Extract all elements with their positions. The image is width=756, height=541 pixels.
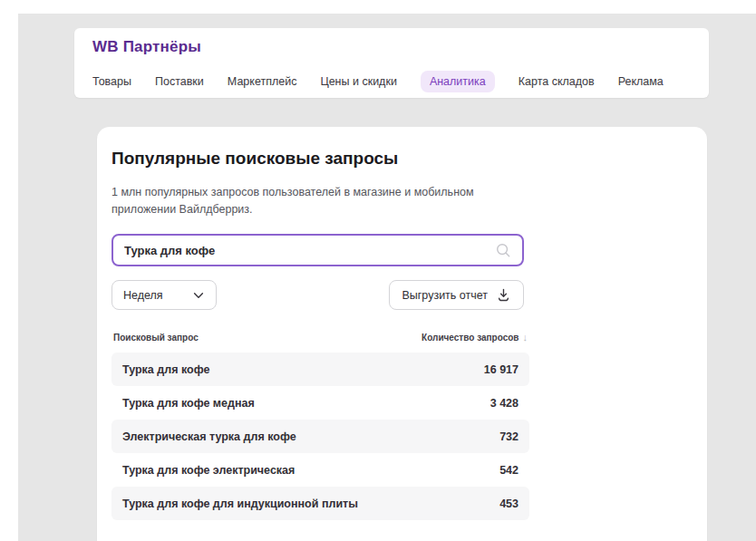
- column-header-count[interactable]: Количество запросов ↓: [422, 332, 528, 343]
- export-report-label: Выгрузить отчет: [402, 289, 488, 302]
- row-query: Турка для кофе медная: [122, 397, 255, 410]
- page-title: Популярные поисковые запросы: [111, 149, 529, 169]
- nav-item-analitika[interactable]: Аналитика: [421, 71, 495, 92]
- nav-item-ceny-i-skidki[interactable]: Цены и скидки: [320, 75, 396, 88]
- main-navigation: Товары Поставки Маркетплейс Цены и скидк…: [92, 71, 664, 92]
- table-row[interactable]: Турка для кофе 16 917: [111, 353, 529, 386]
- export-report-button[interactable]: Выгрузить отчет: [389, 280, 524, 310]
- sort-desc-icon: ↓: [523, 332, 528, 343]
- row-query: Турка для кофе: [122, 363, 209, 376]
- search-icon: [495, 242, 511, 258]
- nav-item-karta-skladov[interactable]: Карта складов: [519, 75, 595, 88]
- query-search-field[interactable]: [111, 234, 524, 266]
- top-header: WB Партнёры Товары Поставки Маркетплейс …: [74, 28, 709, 98]
- table-row[interactable]: Турка для кофе электрическая 542: [111, 453, 529, 487]
- row-count: 3 428: [490, 397, 519, 410]
- row-count: 732: [499, 430, 519, 443]
- nav-item-tovary[interactable]: Товары: [92, 75, 131, 88]
- row-query: Турка для кофе электрическая: [122, 464, 295, 477]
- chevron-down-icon: [192, 289, 205, 302]
- nav-item-postavki[interactable]: Поставки: [155, 75, 204, 88]
- wb-partners-logo[interactable]: WB Партнёры: [92, 38, 201, 56]
- nav-item-marketplace[interactable]: Маркетплейс: [228, 75, 297, 88]
- row-count: 542: [499, 464, 519, 477]
- nav-item-reklama[interactable]: Реклама: [618, 75, 664, 88]
- column-header-query[interactable]: Поисковый запрос: [113, 333, 199, 343]
- controls-row: Неделя Выгрузить отчет: [111, 280, 524, 310]
- period-select-value: Неделя: [123, 289, 163, 302]
- row-query: Электрическая турка для кофе: [122, 430, 296, 443]
- row-count: 453: [499, 498, 519, 510]
- row-query: Турка для кофе для индукционной плиты: [122, 498, 358, 510]
- popular-queries-card: Популярные поисковые запросы 1 млн попул…: [97, 127, 707, 541]
- period-select[interactable]: Неделя: [111, 280, 217, 310]
- page-subtitle: 1 млн популярных запросов пользователей …: [111, 184, 509, 218]
- table-row[interactable]: Электрическая турка для кофе 732: [111, 420, 529, 453]
- table-row[interactable]: Турка для кофе медная 3 428: [111, 386, 529, 420]
- search-input[interactable]: [124, 244, 488, 257]
- table-header-row: Поисковый запрос Количество запросов ↓: [111, 332, 529, 343]
- table-row[interactable]: Турка для кофе для индукционной плиты 45…: [111, 487, 529, 520]
- download-icon: [496, 287, 511, 303]
- queries-table: Поисковый запрос Количество запросов ↓ Т…: [111, 332, 529, 520]
- row-count: 16 917: [484, 363, 519, 376]
